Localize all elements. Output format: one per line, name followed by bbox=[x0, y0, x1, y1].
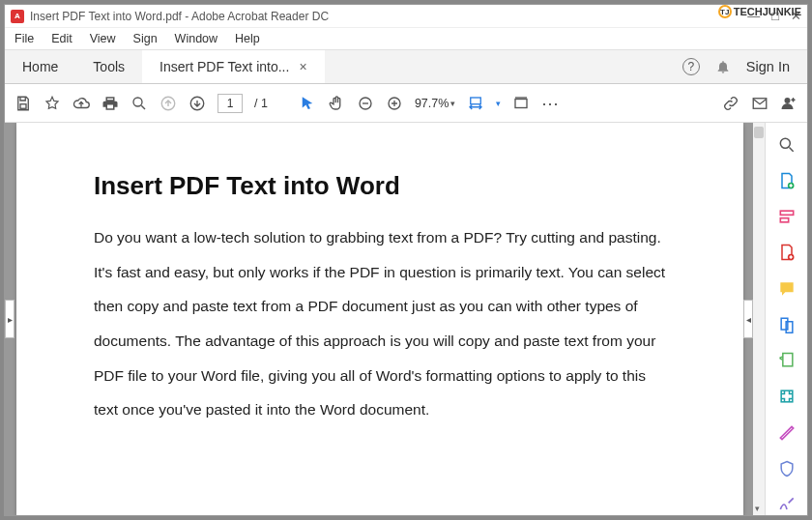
page-total-label: / 1 bbox=[254, 97, 268, 110]
tabstrip: Home Tools Insert PDF Text into... × ? S… bbox=[5, 49, 807, 84]
titlebar: A Insert PDF Text into Word.pdf - Adobe … bbox=[5, 5, 807, 28]
zoom-level-dropdown[interactable]: 97.7%▾ bbox=[415, 97, 455, 110]
zoom-out-icon[interactable] bbox=[357, 95, 374, 112]
right-tools-rail bbox=[765, 123, 807, 515]
menu-file[interactable]: File bbox=[14, 32, 34, 45]
document-title: Insert PDF Text into Word bbox=[94, 171, 666, 201]
pdf-app-icon: A bbox=[11, 10, 24, 23]
email-icon[interactable] bbox=[751, 95, 768, 112]
watermark-brand: TJ TECHJUNKIE bbox=[718, 5, 801, 18]
add-person-icon[interactable] bbox=[780, 95, 798, 112]
redact-tool-icon[interactable] bbox=[776, 422, 798, 443]
scroll-down-arrow-icon[interactable]: ▾ bbox=[755, 504, 760, 513]
sign-in-button[interactable]: Sign In bbox=[746, 59, 790, 74]
menu-sign[interactable]: Sign bbox=[133, 32, 158, 45]
save-icon[interactable] bbox=[14, 95, 32, 112]
document-page: Insert PDF Text into Word Do you want a … bbox=[16, 123, 743, 515]
cloud-upload-icon[interactable] bbox=[72, 95, 90, 112]
notifications-icon[interactable] bbox=[715, 59, 731, 74]
menu-help[interactable]: Help bbox=[235, 32, 260, 45]
find-icon[interactable] bbox=[130, 95, 148, 112]
fit-width-icon[interactable] bbox=[467, 95, 484, 112]
star-icon[interactable] bbox=[44, 95, 61, 112]
brand-logo-icon: TJ bbox=[718, 5, 732, 18]
svg-point-1 bbox=[133, 98, 142, 106]
share-link-icon[interactable] bbox=[722, 95, 740, 112]
tab-tools[interactable]: Tools bbox=[75, 50, 142, 83]
svg-rect-14 bbox=[780, 218, 788, 222]
app-window: TJ TECHJUNKIE A Insert PDF Text into Wor… bbox=[4, 4, 808, 516]
menu-view[interactable]: View bbox=[90, 32, 116, 45]
document-viewport[interactable]: Insert PDF Text into Word Do you want a … bbox=[5, 123, 765, 515]
svg-rect-7 bbox=[515, 99, 527, 107]
document-body: Do you want a low-tech solution to grabb… bbox=[94, 220, 666, 427]
svg-rect-17 bbox=[781, 391, 793, 403]
search-tool-icon[interactable] bbox=[776, 134, 798, 155]
tab-document-active[interactable]: Insert PDF Text into... × bbox=[142, 50, 325, 83]
window-title: Insert PDF Text into Word.pdf - Adobe Ac… bbox=[30, 10, 747, 23]
scroll-thumb[interactable] bbox=[754, 127, 764, 138]
right-panel-toggle[interactable]: ◂ bbox=[743, 300, 753, 338]
tab-document-label: Insert PDF Text into... bbox=[160, 59, 289, 74]
export-pdf-tool-icon[interactable] bbox=[776, 170, 798, 190]
fit-dropdown-icon[interactable]: ▾ bbox=[496, 99, 501, 108]
svg-rect-0 bbox=[20, 103, 26, 108]
workspace: Insert PDF Text into Word Do you want a … bbox=[5, 123, 807, 515]
help-icon[interactable]: ? bbox=[682, 58, 700, 75]
organize-pages-tool-icon[interactable] bbox=[776, 351, 798, 371]
svg-point-9 bbox=[785, 98, 791, 103]
zoom-value: 97.7% bbox=[415, 97, 449, 110]
compress-pdf-tool-icon[interactable] bbox=[776, 387, 798, 407]
selection-arrow-icon[interactable] bbox=[299, 95, 316, 112]
hand-pan-icon[interactable] bbox=[328, 95, 345, 112]
tab-tools-label: Tools bbox=[93, 59, 125, 74]
zoom-in-icon[interactable] bbox=[386, 95, 403, 112]
left-panel-toggle[interactable]: ▸ bbox=[5, 300, 14, 338]
page-number-input[interactable] bbox=[218, 94, 243, 113]
vertical-scrollbar[interactable]: ▾ bbox=[753, 123, 765, 515]
combine-files-tool-icon[interactable] bbox=[776, 314, 798, 334]
svg-point-11 bbox=[780, 138, 790, 148]
edit-pdf-tool-icon[interactable] bbox=[776, 207, 798, 227]
comment-tool-icon[interactable] bbox=[776, 278, 798, 299]
create-pdf-tool-icon[interactable] bbox=[776, 243, 798, 263]
page-up-icon[interactable] bbox=[160, 95, 177, 112]
tab-close-icon[interactable]: × bbox=[299, 59, 306, 74]
svg-rect-16 bbox=[782, 354, 792, 366]
tab-home[interactable]: Home bbox=[5, 50, 75, 83]
menubar: File Edit View Sign Window Help bbox=[5, 28, 807, 49]
fill-sign-tool-icon[interactable] bbox=[776, 495, 798, 515]
brand-name: TECHJUNKIE bbox=[734, 6, 801, 17]
chevron-down-icon: ▾ bbox=[450, 99, 455, 108]
svg-rect-6 bbox=[471, 98, 481, 104]
tab-home-label: Home bbox=[22, 59, 58, 74]
protect-tool-icon[interactable] bbox=[776, 458, 798, 478]
read-mode-icon[interactable] bbox=[512, 95, 530, 112]
page-down-icon[interactable] bbox=[188, 95, 206, 112]
more-tools-icon[interactable]: ⋯ bbox=[541, 93, 561, 114]
menu-edit[interactable]: Edit bbox=[51, 32, 72, 45]
menu-window[interactable]: Window bbox=[175, 32, 218, 45]
svg-rect-13 bbox=[780, 211, 793, 215]
print-icon[interactable] bbox=[102, 95, 119, 112]
toolbar: / 1 97.7%▾ ▾ ⋯ bbox=[5, 84, 807, 123]
